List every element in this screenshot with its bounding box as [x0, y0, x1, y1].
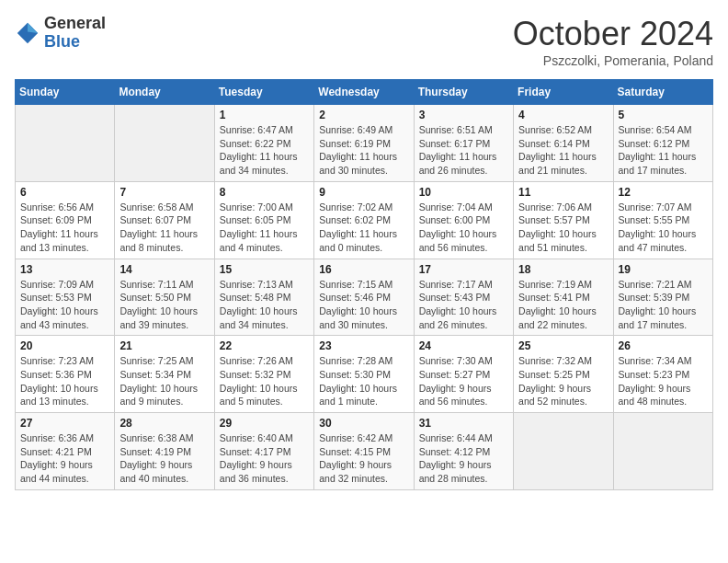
day-info: Sunrise: 6:49 AM Sunset: 6:19 PM Dayligh… — [319, 123, 408, 178]
day-number: 1 — [220, 109, 309, 121]
calendar-table: SundayMondayTuesdayWednesdayThursdayFrid… — [15, 79, 713, 490]
calendar-body: 1Sunrise: 6:47 AM Sunset: 6:22 PM Daylig… — [16, 105, 713, 490]
header-day: Monday — [115, 80, 214, 105]
header-day: Thursday — [414, 80, 513, 105]
page-header: General Blue October 2024 Pszczolki, Pom… — [15, 15, 713, 68]
day-cell: 3Sunrise: 6:51 AM Sunset: 6:17 PM Daylig… — [414, 105, 513, 182]
day-cell: 7Sunrise: 6:58 AM Sunset: 6:07 PM Daylig… — [115, 181, 214, 259]
day-cell: 29Sunrise: 6:40 AM Sunset: 4:17 PM Dayli… — [214, 413, 313, 490]
day-cell: 27Sunrise: 6:36 AM Sunset: 4:21 PM Dayli… — [16, 413, 115, 490]
day-info: Sunrise: 6:44 AM Sunset: 4:12 PM Dayligh… — [419, 431, 508, 486]
day-number: 21 — [119, 339, 209, 352]
day-number: 28 — [119, 417, 209, 430]
day-number: 31 — [419, 417, 508, 430]
day-info: Sunrise: 7:04 AM Sunset: 6:00 PM Dayligh… — [419, 201, 508, 255]
month-title: October 2024 — [513, 15, 713, 53]
day-cell: 17Sunrise: 7:17 AM Sunset: 5:43 PM Dayli… — [414, 259, 513, 336]
day-info: Sunrise: 6:52 AM Sunset: 6:14 PM Dayligh… — [518, 123, 608, 178]
day-info: Sunrise: 6:51 AM Sunset: 6:17 PM Dayligh… — [419, 123, 508, 178]
day-cell: 31Sunrise: 6:44 AM Sunset: 4:12 PM Dayli… — [414, 413, 513, 490]
week-row: 13Sunrise: 7:09 AM Sunset: 5:53 PM Dayli… — [16, 259, 713, 336]
day-number: 18 — [518, 263, 608, 276]
logo: General Blue — [15, 15, 106, 52]
day-info: Sunrise: 7:06 AM Sunset: 5:57 PM Dayligh… — [518, 201, 608, 255]
day-number: 22 — [220, 339, 309, 352]
day-number: 16 — [319, 263, 408, 276]
day-info: Sunrise: 6:40 AM Sunset: 4:17 PM Dayligh… — [220, 431, 309, 486]
day-number: 20 — [20, 339, 109, 352]
day-number: 8 — [220, 186, 309, 199]
day-info: Sunrise: 7:32 AM Sunset: 5:25 PM Dayligh… — [518, 354, 608, 408]
week-row: 6Sunrise: 6:56 AM Sunset: 6:09 PM Daylig… — [16, 181, 713, 259]
header-day: Wednesday — [314, 80, 414, 105]
day-info: Sunrise: 7:23 AM Sunset: 5:36 PM Dayligh… — [20, 354, 109, 408]
day-info: Sunrise: 7:11 AM Sunset: 5:50 PM Dayligh… — [119, 278, 209, 332]
day-cell: 2Sunrise: 6:49 AM Sunset: 6:19 PM Daylig… — [314, 105, 414, 182]
day-info: Sunrise: 7:26 AM Sunset: 5:32 PM Dayligh… — [220, 354, 309, 408]
logo-blue: Blue — [44, 33, 106, 52]
day-cell: 26Sunrise: 7:34 AM Sunset: 5:23 PM Dayli… — [613, 336, 712, 413]
day-number: 6 — [20, 186, 109, 199]
header-day: Saturday — [613, 80, 712, 105]
day-cell: 18Sunrise: 7:19 AM Sunset: 5:41 PM Dayli… — [514, 259, 613, 336]
day-cell: 15Sunrise: 7:13 AM Sunset: 5:48 PM Dayli… — [214, 259, 313, 336]
day-cell: 28Sunrise: 6:38 AM Sunset: 4:19 PM Dayli… — [115, 413, 214, 490]
day-cell: 30Sunrise: 6:42 AM Sunset: 4:15 PM Dayli… — [314, 413, 414, 490]
day-cell: 8Sunrise: 7:00 AM Sunset: 6:05 PM Daylig… — [214, 181, 313, 259]
day-number: 26 — [619, 339, 708, 352]
day-cell: 14Sunrise: 7:11 AM Sunset: 5:50 PM Dayli… — [115, 259, 214, 336]
day-info: Sunrise: 7:02 AM Sunset: 6:02 PM Dayligh… — [319, 201, 408, 255]
day-cell: 10Sunrise: 7:04 AM Sunset: 6:00 PM Dayli… — [414, 181, 513, 259]
day-number: 17 — [419, 263, 508, 276]
day-info: Sunrise: 7:15 AM Sunset: 5:46 PM Dayligh… — [319, 278, 408, 332]
day-cell: 16Sunrise: 7:15 AM Sunset: 5:46 PM Dayli… — [314, 259, 414, 336]
day-info: Sunrise: 7:21 AM Sunset: 5:39 PM Dayligh… — [619, 278, 708, 332]
day-info: Sunrise: 6:36 AM Sunset: 4:21 PM Dayligh… — [20, 431, 109, 486]
location-subtitle: Pszczolki, Pomerania, Poland — [513, 53, 713, 68]
day-info: Sunrise: 7:19 AM Sunset: 5:41 PM Dayligh… — [518, 278, 608, 332]
day-number: 4 — [518, 109, 608, 121]
week-row: 1Sunrise: 6:47 AM Sunset: 6:22 PM Daylig… — [16, 105, 713, 182]
day-number: 29 — [220, 417, 309, 430]
day-info: Sunrise: 6:56 AM Sunset: 6:09 PM Dayligh… — [20, 201, 109, 255]
day-info: Sunrise: 6:42 AM Sunset: 4:15 PM Dayligh… — [319, 431, 408, 486]
day-info: Sunrise: 7:09 AM Sunset: 5:53 PM Dayligh… — [20, 278, 109, 332]
day-cell — [115, 105, 214, 182]
day-cell: 6Sunrise: 6:56 AM Sunset: 6:09 PM Daylig… — [16, 181, 115, 259]
day-info: Sunrise: 7:07 AM Sunset: 5:55 PM Dayligh… — [619, 201, 708, 255]
day-number: 9 — [319, 186, 408, 199]
day-info: Sunrise: 7:13 AM Sunset: 5:48 PM Dayligh… — [220, 278, 309, 332]
day-number: 14 — [119, 263, 209, 276]
day-info: Sunrise: 6:58 AM Sunset: 6:07 PM Dayligh… — [119, 201, 209, 255]
day-cell — [514, 413, 613, 490]
day-number: 27 — [20, 417, 109, 430]
day-number: 25 — [518, 339, 608, 352]
logo-general: General — [44, 15, 106, 33]
day-number: 24 — [419, 339, 508, 352]
title-block: October 2024 Pszczolki, Pomerania, Polan… — [513, 15, 713, 68]
day-info: Sunrise: 7:17 AM Sunset: 5:43 PM Dayligh… — [419, 278, 508, 332]
day-info: Sunrise: 7:28 AM Sunset: 5:30 PM Dayligh… — [319, 354, 408, 408]
day-number: 2 — [319, 109, 408, 121]
day-cell: 1Sunrise: 6:47 AM Sunset: 6:22 PM Daylig… — [214, 105, 313, 182]
svg-marker-1 — [28, 23, 38, 33]
day-number: 7 — [119, 186, 209, 199]
day-number: 19 — [619, 263, 708, 276]
day-number: 3 — [419, 109, 508, 121]
day-number: 12 — [619, 186, 708, 199]
week-row: 27Sunrise: 6:36 AM Sunset: 4:21 PM Dayli… — [16, 413, 713, 490]
day-cell — [16, 105, 115, 182]
day-info: Sunrise: 7:25 AM Sunset: 5:34 PM Dayligh… — [119, 354, 209, 408]
day-number: 23 — [319, 339, 408, 352]
day-cell: 11Sunrise: 7:06 AM Sunset: 5:57 PM Dayli… — [514, 181, 613, 259]
day-cell: 12Sunrise: 7:07 AM Sunset: 5:55 PM Dayli… — [613, 181, 712, 259]
day-number: 10 — [419, 186, 508, 199]
day-info: Sunrise: 7:00 AM Sunset: 6:05 PM Dayligh… — [220, 201, 309, 255]
day-cell: 24Sunrise: 7:30 AM Sunset: 5:27 PM Dayli… — [414, 336, 513, 413]
calendar-header: SundayMondayTuesdayWednesdayThursdayFrid… — [16, 80, 713, 105]
day-cell: 23Sunrise: 7:28 AM Sunset: 5:30 PM Dayli… — [314, 336, 414, 413]
day-number: 13 — [20, 263, 109, 276]
day-info: Sunrise: 6:54 AM Sunset: 6:12 PM Dayligh… — [619, 123, 708, 178]
day-number: 11 — [518, 186, 608, 199]
day-info: Sunrise: 7:30 AM Sunset: 5:27 PM Dayligh… — [419, 354, 508, 408]
